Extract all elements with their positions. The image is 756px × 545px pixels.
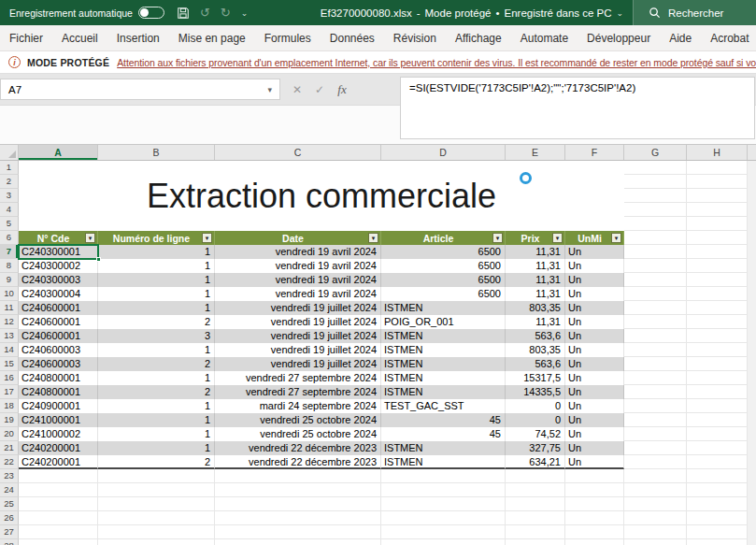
cell-A11[interactable]: C240600001	[19, 301, 98, 315]
cell-A15[interactable]: C240600003	[19, 357, 98, 371]
ribbon-tab-r-vision[interactable]: Révision	[384, 25, 446, 50]
cell-H3[interactable]	[687, 189, 748, 203]
cell-D23[interactable]	[381, 469, 506, 483]
cell-F23[interactable]	[565, 469, 624, 483]
cell-H24[interactable]	[687, 483, 748, 497]
cell-B23[interactable]	[98, 469, 215, 483]
row-header-9[interactable]: 9	[0, 273, 19, 287]
cell-H25[interactable]	[687, 497, 748, 511]
search-box[interactable]: Rechercher	[633, 0, 756, 25]
cell-E22[interactable]: 634,21	[506, 455, 565, 469]
cell-D10[interactable]: 6500	[381, 287, 506, 301]
cell-B27[interactable]	[98, 525, 215, 539]
cell-F21[interactable]: Un	[565, 441, 624, 455]
cell-G22[interactable]	[624, 455, 687, 469]
cell-B26[interactable]	[98, 511, 215, 525]
row-header-21[interactable]: 21	[0, 441, 19, 455]
cell-H14[interactable]	[687, 343, 748, 357]
cell-H12[interactable]	[687, 315, 748, 329]
cell-D12[interactable]: POIG_OR_001	[381, 315, 506, 329]
cell-A8[interactable]: C240300002	[19, 259, 98, 273]
cell-H5[interactable]	[687, 217, 748, 231]
cell-F27[interactable]	[565, 525, 624, 539]
undo-icon[interactable]: ↺	[200, 7, 210, 19]
cell-F25[interactable]	[565, 497, 624, 511]
cell-F22[interactable]: Un	[565, 455, 624, 469]
cell-B17[interactable]: 2	[98, 385, 215, 399]
cell-A19[interactable]: C241000001	[19, 413, 98, 427]
cell-E18[interactable]: 0	[506, 399, 565, 413]
cell-H4[interactable]	[687, 203, 748, 217]
cell-F16[interactable]: Un	[565, 371, 624, 385]
cell-B12[interactable]: 2	[98, 315, 215, 329]
table-header-D6[interactable]: Article▾	[381, 231, 506, 245]
cell-B22[interactable]: 2	[98, 455, 215, 469]
cell-G10[interactable]	[624, 287, 687, 301]
cell-H1[interactable]	[687, 161, 748, 175]
cell-F14[interactable]: Un	[565, 343, 624, 357]
cell-E24[interactable]	[506, 483, 565, 497]
name-box-dropdown-icon[interactable]: ▾	[267, 85, 279, 94]
row-header-27[interactable]: 27	[0, 525, 19, 539]
cell-G1[interactable]	[624, 161, 687, 175]
cell-G5[interactable]	[624, 217, 687, 231]
row-header-4[interactable]: 4	[0, 203, 19, 217]
cell-C25[interactable]	[215, 497, 381, 511]
cell-G27[interactable]	[624, 525, 687, 539]
cell-G14[interactable]	[624, 343, 687, 357]
cell-A9[interactable]: C240300003	[19, 273, 98, 287]
row-header-13[interactable]: 13	[0, 329, 19, 343]
name-box[interactable]: A7 ▾	[0, 79, 280, 100]
cell-G15[interactable]	[624, 357, 687, 371]
redo-icon[interactable]: ↻	[221, 7, 231, 19]
cell-B7[interactable]: 1	[98, 245, 215, 259]
cell-A25[interactable]	[19, 497, 98, 511]
cell-G4[interactable]	[624, 203, 687, 217]
cell-G16[interactable]	[624, 371, 687, 385]
cell-C27[interactable]	[215, 525, 381, 539]
cell-C16[interactable]: vendredi 27 septembre 2024	[215, 371, 381, 385]
cell-A26[interactable]	[19, 511, 98, 525]
column-header-A[interactable]: A	[19, 145, 98, 160]
cell-E28[interactable]	[506, 539, 565, 545]
cell-A24[interactable]	[19, 483, 98, 497]
cell-C26[interactable]	[215, 511, 381, 525]
cell-F18[interactable]: Un	[565, 399, 624, 413]
cell-G7[interactable]	[624, 245, 687, 259]
table-header-E6[interactable]: Prix▾	[506, 231, 565, 245]
cell-B14[interactable]: 1	[98, 343, 215, 357]
cell-E7[interactable]: 11,31	[506, 245, 565, 259]
cell-G26[interactable]	[624, 511, 687, 525]
cell-A7[interactable]: C240300001	[19, 245, 98, 259]
cell-F28[interactable]	[565, 539, 624, 545]
cell-B28[interactable]	[98, 539, 215, 545]
column-header-C[interactable]: C	[215, 145, 381, 160]
table-header-C6[interactable]: Date▾	[215, 231, 381, 245]
cell-C21[interactable]: vendredi 22 décembre 2023	[215, 441, 381, 455]
cell-C11[interactable]: vendredi 19 juillet 2024	[215, 301, 381, 315]
cell-H13[interactable]	[687, 329, 748, 343]
cell-E8[interactable]: 11,31	[506, 259, 565, 273]
cell-D15[interactable]: ISTMEN	[381, 357, 506, 371]
cell-D17[interactable]: ISTMEN	[381, 385, 506, 399]
cell-G25[interactable]	[624, 497, 687, 511]
cell-E27[interactable]	[506, 525, 565, 539]
cell-A12[interactable]: C240600001	[19, 315, 98, 329]
cell-B25[interactable]	[98, 497, 215, 511]
cell-F8[interactable]: Un	[565, 259, 624, 273]
filter-button[interactable]: ▾	[368, 233, 378, 243]
cell-E12[interactable]: 11,31	[506, 315, 565, 329]
cell-H11[interactable]	[687, 301, 748, 315]
filter-button[interactable]: ▾	[85, 233, 95, 243]
cell-C19[interactable]: vendredi 25 octobre 2024	[215, 413, 381, 427]
row-header-15[interactable]: 15	[0, 357, 19, 371]
column-header-E[interactable]: E	[506, 145, 565, 160]
cell-C13[interactable]: vendredi 19 juillet 2024	[215, 329, 381, 343]
cell-D25[interactable]	[381, 497, 506, 511]
cell-G19[interactable]	[624, 413, 687, 427]
cell-F20[interactable]: Un	[565, 427, 624, 441]
cell-H8[interactable]	[687, 259, 748, 273]
row-header-16[interactable]: 16	[0, 371, 19, 385]
row-header-26[interactable]: 26	[0, 511, 19, 525]
cell-F9[interactable]: Un	[565, 273, 624, 287]
